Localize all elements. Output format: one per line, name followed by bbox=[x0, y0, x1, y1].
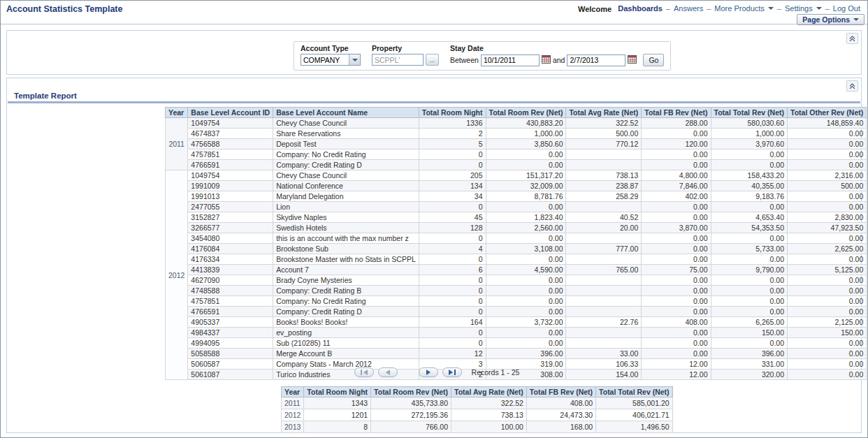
nav-settings[interactable]: Settings bbox=[785, 4, 813, 13]
cell: 5058588 bbox=[188, 349, 273, 359]
first-page-button[interactable] bbox=[354, 367, 374, 377]
cell: 5 bbox=[419, 139, 486, 149]
cell: 0.00 bbox=[788, 359, 867, 370]
cell: 2,316.00 bbox=[788, 170, 867, 181]
nav-dashboards[interactable]: Dashboards bbox=[618, 4, 663, 13]
stay-date-to-input[interactable] bbox=[567, 54, 625, 66]
column-header: Total Total Rev (Net) bbox=[711, 108, 788, 118]
table-row: 4905337Books! Books! Books!1643,732.0022… bbox=[166, 317, 867, 328]
cell: 0.00 bbox=[788, 139, 867, 149]
table-row: 4984337ev_posting00.000.00150.00150.00 bbox=[166, 328, 867, 338]
table-row: 4413839Account 764,590.00765.0075.009,79… bbox=[166, 265, 867, 275]
cell: 3266577 bbox=[188, 223, 273, 233]
cell: 120.00 bbox=[642, 139, 711, 149]
nav-separator: – bbox=[707, 4, 711, 13]
table-row: 20111049754Chevy Chase Council1336430,88… bbox=[166, 118, 867, 129]
calendar-icon[interactable] bbox=[628, 54, 637, 66]
cell: Company: No Credit Rating bbox=[273, 296, 419, 307]
cell: 1,000.00 bbox=[486, 129, 566, 139]
cell: 0.00 bbox=[711, 296, 788, 307]
stay-date-from-input[interactable] bbox=[481, 54, 540, 66]
cell: 205 bbox=[419, 170, 486, 181]
cell: Account 7 bbox=[273, 265, 419, 275]
cell: Brookstone Master with no Stats in SCPPL bbox=[273, 254, 419, 265]
cell: 272,195.36 bbox=[371, 409, 451, 421]
cell: 331.00 bbox=[711, 359, 788, 370]
dropdown-arrow-icon bbox=[349, 54, 360, 65]
cell: Lion bbox=[273, 202, 419, 212]
cell: 0.00 bbox=[642, 338, 711, 349]
last-page-icon bbox=[449, 370, 453, 375]
browse-button[interactable]: ... bbox=[426, 54, 439, 66]
cell: 0.00 bbox=[788, 149, 867, 160]
stay-date-label: Stay Date bbox=[450, 44, 664, 52]
cell: 5,733.00 bbox=[711, 244, 788, 254]
cell: 0.00 bbox=[486, 328, 566, 338]
cell: 6,265.00 bbox=[711, 317, 788, 328]
last-page-button[interactable] bbox=[442, 367, 462, 377]
cell: 40.52 bbox=[566, 212, 642, 223]
account-type-filter: Account Type COMPANY bbox=[301, 44, 361, 66]
cell: 3,850.60 bbox=[486, 139, 566, 149]
cell: 766.00 bbox=[371, 421, 451, 433]
go-button[interactable]: Go bbox=[643, 54, 664, 66]
report-table: YearBase Level Account IDBase Level Acco… bbox=[165, 107, 867, 380]
cell: 2 bbox=[419, 129, 486, 139]
collapse-icon[interactable] bbox=[846, 33, 858, 44]
account-type-select[interactable]: COMPANY bbox=[301, 54, 361, 66]
cell: Sub (210285) 11 bbox=[273, 338, 419, 349]
nav-more-products[interactable]: More Products bbox=[714, 4, 765, 13]
cell: 0.00 bbox=[642, 212, 711, 223]
cell: 40,355.00 bbox=[711, 181, 788, 191]
cell: 4674837 bbox=[188, 129, 273, 139]
property-label: Property bbox=[372, 44, 439, 52]
cell: 3152827 bbox=[188, 212, 273, 223]
chevron-down-icon bbox=[853, 18, 859, 21]
cell bbox=[566, 149, 642, 160]
table-row: 4994095Sub (210285) 1100.000.000.000.00 bbox=[166, 338, 867, 349]
stay-date-filter: Stay Date Between and Go bbox=[450, 44, 664, 66]
cell: 1,496.50 bbox=[596, 421, 673, 433]
table-row: 4176084Brookstone Sub43,108.00777.000.00… bbox=[166, 244, 867, 254]
collapse-icon[interactable] bbox=[846, 80, 858, 92]
cell: Chevy Chase Council bbox=[273, 170, 419, 181]
cell: 0.00 bbox=[788, 275, 867, 286]
cell: 0.00 bbox=[642, 244, 711, 254]
pagination: Records 1 - 25 bbox=[165, 367, 709, 377]
cell: 0.00 bbox=[711, 160, 788, 170]
cell: 1049754 bbox=[188, 170, 273, 181]
column-header: Total FB Rev (Net) bbox=[642, 108, 711, 118]
previous-page-button[interactable] bbox=[378, 367, 398, 377]
year-value: 2013 bbox=[282, 421, 304, 433]
year-group-label: 2012 bbox=[166, 170, 188, 380]
cell: 2,125.00 bbox=[788, 317, 867, 328]
cell: 150.00 bbox=[788, 328, 867, 338]
summary-row: 20111343435,733.80322.52408.00585,001.20 bbox=[282, 397, 673, 409]
nav-answers[interactable]: Answers bbox=[674, 4, 703, 13]
table-row: 4756588Deposit Test53,850.60770.12120.00… bbox=[166, 139, 867, 149]
table-row: 1991013Maryland Delegation348,781.76258.… bbox=[166, 191, 867, 202]
cell: this is an account with the max number z bbox=[273, 233, 419, 244]
cell: 0.00 bbox=[642, 202, 711, 212]
nav-separator: – bbox=[666, 4, 670, 13]
calendar-icon[interactable] bbox=[542, 54, 551, 66]
cell: 0.00 bbox=[711, 286, 788, 296]
cell: 4,653.40 bbox=[711, 212, 788, 223]
column-header: Total Avg Rate (Net) bbox=[451, 387, 527, 397]
nav-log-out[interactable]: Log Out bbox=[833, 4, 860, 13]
summary-table-body: 20111343435,733.80322.52408.00585,001.20… bbox=[282, 397, 673, 433]
cell: 0 bbox=[419, 202, 486, 212]
year-value: 2012 bbox=[282, 409, 304, 421]
column-header: Total Room Night bbox=[304, 387, 371, 397]
cell: 22.76 bbox=[566, 317, 642, 328]
nav-separator: – bbox=[777, 4, 781, 13]
cell: 0.00 bbox=[642, 286, 711, 296]
cell: 0.00 bbox=[642, 233, 711, 244]
cell: 770.12 bbox=[566, 139, 642, 149]
property-input[interactable] bbox=[372, 54, 424, 66]
next-page-button[interactable] bbox=[419, 367, 438, 377]
cell: 585,001.20 bbox=[596, 397, 673, 409]
cell: 45 bbox=[419, 212, 486, 223]
cell bbox=[566, 307, 642, 317]
property-filter: Property ... bbox=[372, 44, 439, 66]
